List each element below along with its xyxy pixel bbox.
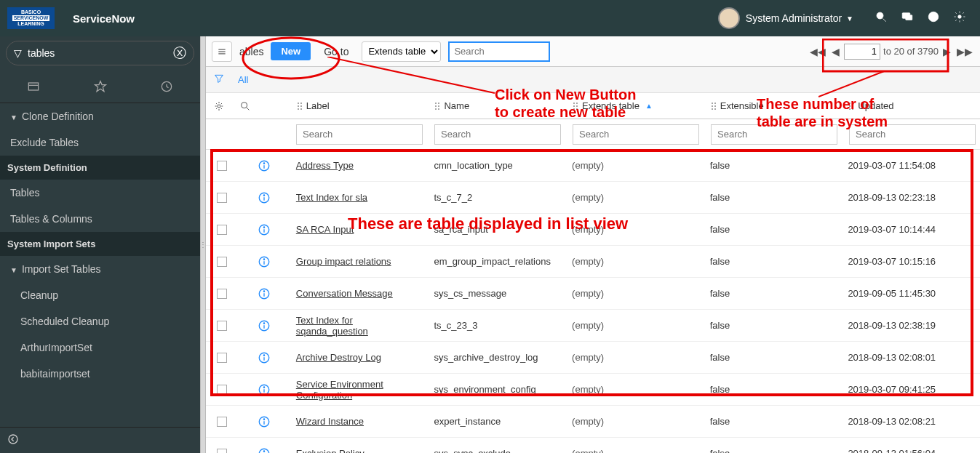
nav-item[interactable]: Tables (0, 180, 200, 206)
gear-icon[interactable] (947, 10, 973, 27)
svg-point-49 (263, 163, 264, 164)
cell-label[interactable]: Archive Destroy Log (290, 352, 429, 363)
cell-label[interactable]: SA RCA Input (290, 224, 429, 235)
cell-updated: 2018-09-13 01:56:04 (842, 448, 980, 453)
col-extends[interactable]: Extends table▲ (566, 100, 704, 111)
table-row[interactable]: Text Index for sqanda_questionts_c_23_3(… (206, 310, 980, 342)
row-checkbox[interactable] (206, 257, 238, 267)
cell-label[interactable]: Exclusion Policy (290, 448, 429, 453)
user-name[interactable]: System Administrator (746, 12, 842, 24)
cell-extensible: false (704, 416, 842, 427)
column-gear-icon[interactable] (206, 100, 232, 112)
table-row[interactable]: Group impact relationsem_group_impact_re… (206, 246, 980, 278)
page-current-input[interactable] (844, 44, 880, 60)
cell-extends: (empty) (566, 384, 704, 395)
nav-item[interactable]: babitaimportset (0, 361, 200, 387)
filter-icon: ▽ (14, 47, 22, 59)
chat-icon[interactable] (894, 10, 920, 27)
table-row[interactable]: Wizard Instanceexpert_instance(empty)fal… (206, 406, 980, 438)
toolbar-search-input[interactable] (448, 41, 550, 62)
row-checkbox[interactable] (206, 449, 238, 454)
column-headers: Label Name Extends table▲ Extensible Upd… (206, 93, 980, 119)
help-icon[interactable] (920, 10, 947, 27)
row-checkbox[interactable] (206, 161, 238, 171)
table-row[interactable]: Address Typecmn_location_type(empty)fals… (206, 150, 980, 182)
nav-item[interactable]: Tables & Columns (0, 206, 200, 232)
row-checkbox[interactable] (206, 289, 238, 299)
table-row[interactable]: Service Environment Configurationsys_env… (206, 374, 980, 406)
breadcrumb-all[interactable]: All (238, 74, 248, 85)
new-button[interactable]: New (271, 42, 311, 60)
search-extends[interactable] (573, 124, 699, 145)
col-extensible[interactable]: Extensible (704, 100, 842, 111)
col-name[interactable]: Name (428, 100, 566, 111)
table-row[interactable]: SA RCA Inputsa_rca_input(empty)false2019… (206, 214, 980, 246)
search-label[interactable] (296, 124, 423, 145)
cell-name: sys_sync_exclude (428, 448, 566, 453)
nav-filter-input[interactable] (28, 47, 173, 59)
svg-point-26 (438, 105, 439, 107)
row-checkbox[interactable] (206, 193, 238, 203)
column-search-icon[interactable] (232, 100, 258, 112)
resize-handle[interactable]: ⋮ (200, 36, 206, 453)
table-row[interactable]: Text Index for slats_c_7_2(empty)false20… (206, 182, 980, 214)
info-icon[interactable] (238, 415, 290, 428)
page-first-icon[interactable]: ◀◀ (808, 46, 827, 57)
cell-label[interactable]: Text Index for sla (290, 192, 429, 203)
col-updated[interactable]: Updated (842, 100, 980, 111)
nav-item[interactable]: ArthurImportSet (0, 334, 200, 361)
svg-point-19 (298, 105, 299, 107)
search-extensible[interactable] (711, 124, 837, 145)
row-checkbox[interactable] (206, 417, 238, 427)
row-checkbox[interactable] (206, 385, 238, 395)
cell-label[interactable]: Address Type (290, 160, 429, 171)
info-icon[interactable] (238, 191, 290, 204)
collapse-nav-icon[interactable] (7, 433, 19, 448)
clear-filter-icon[interactable]: ⓧ (173, 44, 186, 62)
row-checkbox[interactable] (206, 321, 238, 331)
table-row[interactable]: Exclusion Policysys_sync_exclude(empty)f… (206, 438, 980, 453)
cell-label[interactable]: Conversation Message (290, 288, 429, 299)
global-search-icon[interactable] (868, 10, 894, 27)
nav-item[interactable]: Cleanup (0, 282, 200, 308)
cell-updated: 2019-09-05 11:45:30 (842, 288, 980, 299)
info-icon[interactable] (238, 255, 290, 268)
info-icon[interactable] (238, 319, 290, 332)
cell-label[interactable]: Group impact relations (290, 256, 429, 267)
nav-item[interactable]: ▼Clone Definition (0, 103, 200, 129)
row-checkbox[interactable] (206, 353, 238, 363)
info-icon[interactable] (238, 159, 290, 172)
list-menu-icon[interactable] (212, 41, 232, 62)
avatar[interactable] (718, 7, 740, 29)
nav-section-header: System Import Sets (0, 232, 200, 256)
cell-label[interactable]: Text Index for sqanda_question (290, 315, 429, 337)
funnel-icon[interactable] (213, 73, 225, 87)
info-icon[interactable] (238, 351, 290, 364)
svg-line-16 (247, 108, 249, 110)
nav-item[interactable]: Exclude Tables (0, 129, 200, 156)
row-checkbox[interactable] (206, 225, 238, 235)
page-last-icon[interactable]: ▶▶ (955, 46, 974, 57)
cell-label[interactable]: Service Environment Configuration (290, 379, 429, 401)
info-icon[interactable] (238, 223, 290, 236)
cell-label[interactable]: Wizard Instance (290, 416, 429, 427)
info-icon[interactable] (238, 383, 290, 396)
user-menu-caret-icon[interactable]: ▼ (846, 15, 853, 23)
page-next-icon[interactable]: ▶ (941, 46, 952, 57)
nav-tab-all-apps-icon[interactable] (0, 70, 67, 103)
table-row[interactable]: Conversation Messagesys_cs_message(empty… (206, 278, 980, 310)
col-label[interactable]: Label (290, 100, 429, 111)
table-row[interactable]: Archive Destroy Logsys_archive_destroy_l… (206, 342, 980, 374)
nav-item[interactable]: Scheduled Cleanup (0, 308, 200, 334)
goto-select[interactable]: Extends table (362, 41, 441, 62)
nav-tab-history-icon[interactable] (133, 70, 200, 103)
info-icon[interactable] (238, 447, 290, 454)
page-prev-icon[interactable]: ◀ (830, 46, 841, 57)
nav-tab-favorites-icon[interactable] (67, 70, 134, 103)
info-icon[interactable] (238, 287, 290, 300)
search-updated[interactable] (849, 124, 976, 145)
search-name[interactable] (434, 124, 561, 145)
svg-point-76 (263, 451, 264, 452)
nav-item[interactable]: ▼Import Set Tables (0, 256, 200, 282)
nav-filter[interactable]: ▽ ⓧ (6, 41, 194, 65)
